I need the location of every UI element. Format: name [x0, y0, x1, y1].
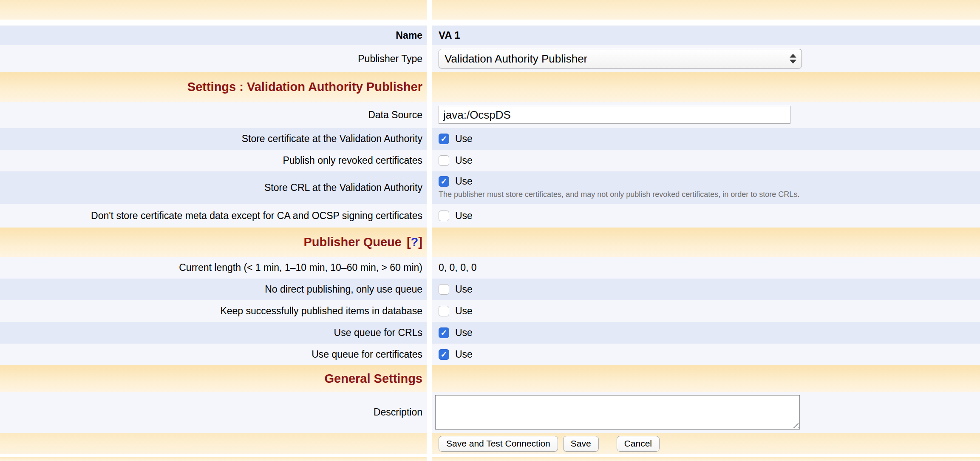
no-direct-publishing-use-label: Use — [455, 284, 473, 295]
publish-revoked-label: Publish only revoked certificates — [283, 154, 422, 167]
cancel-button[interactable]: Cancel — [617, 436, 660, 452]
store-crl-note: The publisher must store certificates, a… — [439, 190, 799, 199]
bottom-band — [0, 457, 980, 461]
publisher-type-label: Publisher Type — [358, 53, 422, 65]
no-direct-publishing-label: No direct publishing, only use queue — [265, 283, 422, 296]
help-bracket-close: ] — [418, 235, 422, 249]
help-bracket-open: [ — [407, 235, 411, 249]
store-crl-use-label: Use — [455, 176, 473, 187]
select-stepper-icon — [790, 54, 796, 64]
description-row: Description — [0, 392, 980, 433]
store-crl-row: Store CRL at the Validation Authority Us… — [0, 171, 980, 204]
general-section-title: General Settings — [325, 372, 422, 386]
keep-published-row: Keep successfully published items in dat… — [0, 300, 980, 322]
queue-certificates-label: Use queue for certificates — [312, 348, 422, 361]
description-textarea[interactable] — [435, 395, 800, 430]
queue-certificates-row: Use queue for certificates Use — [0, 344, 980, 365]
store-certificate-label: Store certificate at the Validation Auth… — [242, 133, 422, 145]
queue-length-label: Current length (< 1 min, 1–10 min, 10–60… — [179, 262, 422, 274]
dont-store-meta-label: Don't store certificate meta data except… — [91, 210, 422, 222]
settings-section-title: Settings : Validation Authority Publishe… — [187, 80, 422, 94]
data-source-input[interactable] — [439, 106, 790, 124]
queue-crls-label: Use queue for CRLs — [334, 327, 422, 339]
no-direct-publishing-checkbox[interactable] — [439, 284, 449, 295]
store-crl-label: Store CRL at the Validation Authority — [264, 182, 422, 194]
name-label: Name — [396, 29, 422, 42]
settings-section-header: Settings : Validation Authority Publishe… — [0, 72, 980, 102]
buttons-row: Save and Test Connection Save Cancel — [0, 433, 980, 454]
save-and-test-button[interactable]: Save and Test Connection — [439, 436, 558, 452]
store-certificate-checkbox[interactable] — [439, 134, 449, 144]
queue-certificates-use-label: Use — [455, 349, 473, 360]
publisher-type-selected-value: Validation Authority Publisher — [445, 52, 587, 65]
publisher-type-row: Publisher Type Validation Authority Publ… — [0, 45, 980, 72]
queue-crls-use-label: Use — [455, 327, 473, 339]
store-crl-checkbox[interactable] — [439, 176, 449, 187]
dont-store-meta-row: Don't store certificate meta data except… — [0, 204, 980, 228]
store-certificate-use-label: Use — [455, 133, 473, 145]
queue-crls-checkbox[interactable] — [439, 327, 449, 338]
queue-length-value: 0, 0, 0, 0 — [439, 262, 477, 273]
dont-store-meta-checkbox[interactable] — [439, 211, 449, 221]
queue-certificates-checkbox[interactable] — [439, 349, 449, 360]
store-certificate-row: Store certificate at the Validation Auth… — [0, 128, 980, 150]
top-band — [0, 0, 980, 20]
keep-published-checkbox[interactable] — [439, 306, 449, 316]
save-button[interactable]: Save — [563, 436, 599, 452]
publish-revoked-checkbox[interactable] — [439, 155, 449, 166]
keep-published-use-label: Use — [455, 305, 473, 317]
data-source-row: Data Source — [0, 102, 980, 128]
dont-store-meta-use-label: Use — [455, 210, 473, 222]
publish-revoked-row: Publish only revoked certificates Use — [0, 150, 980, 171]
publish-revoked-use-label: Use — [455, 155, 473, 166]
name-value: VA 1 — [439, 29, 460, 41]
name-row: Name VA 1 — [0, 26, 980, 45]
publisher-type-select[interactable]: Validation Authority Publisher — [439, 49, 802, 68]
help-link[interactable]: ? — [411, 235, 419, 249]
queue-section-header: Publisher Queue[?] — [0, 228, 980, 257]
keep-published-label: Keep successfully published items in dat… — [220, 305, 422, 317]
queue-section-title: Publisher Queue[?] — [303, 235, 422, 249]
general-section-header: General Settings — [0, 365, 980, 392]
top-spacer — [0, 20, 980, 26]
data-source-label: Data Source — [368, 109, 422, 121]
queue-crls-row: Use queue for CRLs Use — [0, 322, 980, 344]
description-label: Description — [374, 406, 422, 418]
queue-length-row: Current length (< 1 min, 1–10 min, 10–60… — [0, 257, 980, 279]
bottom-spacer — [0, 454, 980, 457]
no-direct-publishing-row: No direct publishing, only use queue Use — [0, 279, 980, 300]
